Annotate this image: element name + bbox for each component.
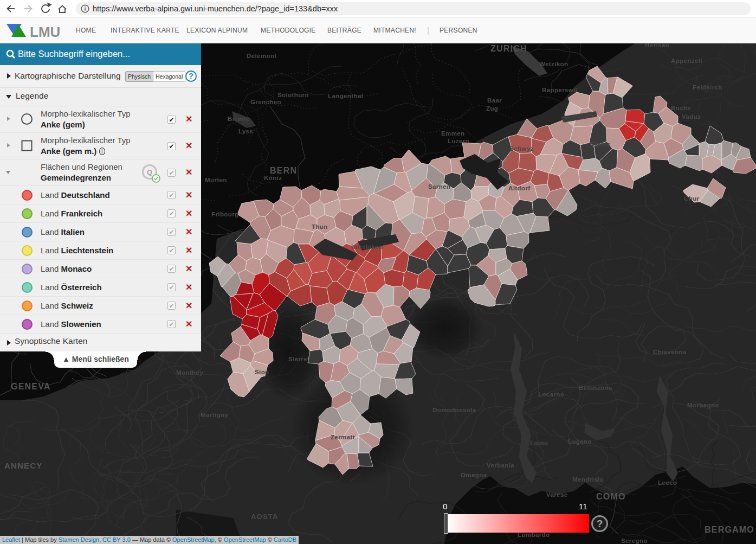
svg-text:Lyss: Lyss bbox=[238, 128, 253, 135]
svg-text:Lugano: Lugano bbox=[568, 438, 592, 445]
svg-text:GENEVA: GENEVA bbox=[11, 382, 51, 391]
svg-text:Altdorf: Altdorf bbox=[508, 185, 530, 191]
svg-text:Solothurn: Solothurn bbox=[277, 92, 309, 98]
svg-text:Sion: Sion bbox=[255, 369, 269, 375]
svg-text:Lecco: Lecco bbox=[658, 479, 677, 486]
svg-text:Luino: Luino bbox=[530, 440, 548, 446]
svg-text:Vaduz: Vaduz bbox=[682, 113, 701, 120]
svg-text:Emmen: Emmen bbox=[441, 130, 465, 137]
svg-text:Morbegno: Morbegno bbox=[687, 402, 719, 408]
svg-text:Chiavenna: Chiavenna bbox=[653, 349, 687, 355]
svg-text:Sarnen: Sarnen bbox=[428, 183, 450, 190]
svg-text:Appenzell: Appenzell bbox=[671, 57, 702, 64]
svg-text:Herisau: Herisau bbox=[645, 43, 669, 48]
svg-text:Zug: Zug bbox=[486, 105, 498, 112]
svg-text:COMO: COMO bbox=[596, 492, 626, 501]
svg-text:Glarus: Glarus bbox=[590, 141, 611, 148]
svg-text:Köniz: Köniz bbox=[264, 175, 282, 181]
svg-text:Murten: Murten bbox=[205, 177, 227, 183]
svg-text:BERGAMO: BERGAMO bbox=[705, 525, 754, 534]
svg-text:Baar: Baar bbox=[487, 97, 502, 104]
svg-text:Thun: Thun bbox=[312, 223, 328, 230]
svg-text:Sierre: Sierre bbox=[288, 356, 307, 362]
svg-text:Chur: Chur bbox=[684, 195, 700, 202]
svg-text:Wetzikon: Wetzikon bbox=[539, 61, 568, 67]
svg-text:Interlaken: Interlaken bbox=[351, 244, 383, 250]
svg-text:Luzern: Luzern bbox=[448, 138, 469, 144]
svg-text:Schwyz: Schwyz bbox=[509, 145, 534, 152]
svg-text:Grenchen: Grenchen bbox=[250, 99, 281, 105]
svg-text:AOSTA: AOSTA bbox=[251, 513, 279, 521]
svg-text:Mendrisio: Mendrisio bbox=[572, 476, 604, 483]
svg-text:Bienne: Bienne bbox=[228, 116, 250, 122]
svg-text:Seregno: Seregno bbox=[621, 537, 648, 544]
svg-text:Langenthal: Langenthal bbox=[328, 93, 363, 99]
svg-text:Fribourg: Fribourg bbox=[211, 211, 238, 217]
svg-text:Monthey: Monthey bbox=[176, 369, 203, 376]
svg-text:Martigny: Martigny bbox=[201, 412, 228, 418]
svg-text:Domodossola: Domodossola bbox=[432, 407, 476, 413]
svg-text:Q: Q bbox=[147, 168, 152, 176]
svg-text:ZURICH: ZURICH bbox=[490, 44, 527, 53]
svg-text:Zermatt: Zermatt bbox=[331, 434, 355, 440]
svg-text:Rapperswil: Rapperswil bbox=[542, 87, 577, 93]
svg-text:Varese: Varese bbox=[546, 491, 568, 498]
svg-text:Buchs: Buchs bbox=[671, 105, 691, 111]
svg-text:Feldkirch: Feldkirch bbox=[693, 84, 722, 91]
svg-text:Bellinzona: Bellinzona bbox=[579, 385, 612, 391]
svg-text:Verbania: Verbania bbox=[487, 462, 514, 469]
svg-text:ANNECY: ANNECY bbox=[4, 461, 43, 470]
svg-text:BERN: BERN bbox=[270, 166, 297, 175]
svg-text:Delémont: Delémont bbox=[247, 53, 277, 59]
svg-text:Omegna: Omegna bbox=[461, 472, 487, 478]
svg-text:Locarno: Locarno bbox=[538, 391, 564, 398]
